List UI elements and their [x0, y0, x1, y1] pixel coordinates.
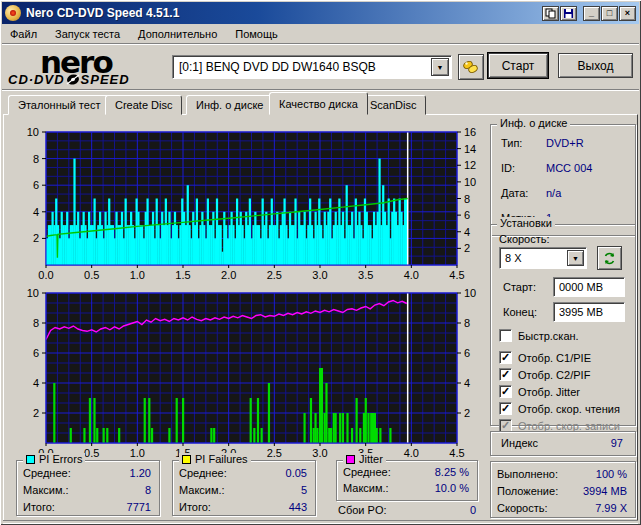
- speed-selector[interactable]: 8 X ▼: [499, 247, 587, 269]
- svg-text:3.0: 3.0: [312, 269, 327, 281]
- index-label: Индекс: [501, 437, 538, 449]
- svg-text:6: 6: [464, 209, 470, 221]
- svg-text:6: 6: [464, 347, 470, 359]
- checkbox-box[interactable]: ✓: [499, 351, 512, 364]
- drive-tools-button[interactable]: [458, 54, 484, 80]
- checkbox-box[interactable]: ✓: [499, 402, 512, 415]
- close-button[interactable]: ×: [619, 6, 636, 21]
- chevron-down-icon[interactable]: ▼: [431, 58, 449, 76]
- save-button[interactable]: [560, 6, 577, 21]
- tab-disc-info[interactable]: Инф. о диске: [186, 95, 273, 115]
- checkbox-show-c2-pif[interactable]: ✓ Отобр. C2/PIF: [499, 368, 590, 381]
- stat-label: Среднее:: [179, 467, 227, 479]
- drive-selector[interactable]: [0:1] BENQ DVD DD DW1640 BSQB ▼: [172, 55, 452, 79]
- current-speed-value: 7.99 X: [595, 502, 627, 514]
- svg-text:4: 4: [33, 377, 39, 389]
- disc-id-label: ID:: [501, 162, 515, 174]
- svg-text:10: 10: [27, 287, 39, 299]
- svg-text:8: 8: [464, 193, 470, 205]
- po-failures-row: Сбои PO: 0: [338, 504, 476, 516]
- done-value: 100 %: [596, 468, 627, 480]
- menu-file[interactable]: Файл: [10, 28, 37, 40]
- stat-label: Максим.:: [179, 484, 225, 496]
- header-divider: [2, 89, 639, 91]
- position-label: Положение:: [497, 485, 558, 497]
- stat-label: Итого:: [179, 501, 211, 513]
- stat-value: 1.20: [130, 467, 151, 479]
- menu-help[interactable]: Помощь: [235, 28, 278, 40]
- drive-tools-icon: [462, 59, 480, 75]
- checkbox-show-read-speed[interactable]: ✓ Отобр. скор. чтения: [499, 402, 620, 415]
- drive-selector-value: [0:1] BENQ DVD DD DW1640 BSQB: [173, 60, 431, 74]
- pi-failures-title: PI Failures: [195, 453, 248, 465]
- checkbox-box[interactable]: ✓: [499, 385, 512, 398]
- svg-text:1.5: 1.5: [175, 269, 190, 281]
- speed-label: Скорость:: [499, 233, 550, 245]
- svg-text:2: 2: [33, 407, 39, 419]
- scan-start-field[interactable]: 0000 MB: [553, 277, 625, 297]
- svg-text:10: 10: [464, 176, 476, 188]
- pi-errors-stats: PI Errors Среднее:1.20 Максим.:8 Итого:7…: [16, 460, 160, 516]
- checkbox-box[interactable]: ✓: [499, 368, 512, 381]
- svg-text:4: 4: [464, 377, 470, 389]
- svg-text:12: 12: [464, 159, 476, 171]
- cdspeed-logo: CD·DVD SPEED: [8, 72, 130, 87]
- svg-text:16: 16: [464, 126, 476, 138]
- quality-index-box: Индекс 97: [490, 431, 636, 456]
- svg-text:0.5: 0.5: [84, 447, 99, 459]
- pi-failures-stats: PI Failures Среднее:0.05 Максим.:5 Итого…: [172, 460, 316, 516]
- svg-text:4: 4: [33, 206, 39, 218]
- disc-id-value: MCC 004: [546, 162, 592, 174]
- tab-disc-quality[interactable]: Качество диска: [269, 92, 368, 115]
- bottom-divider: [3, 520, 638, 523]
- disc-date-label: Дата:: [501, 187, 528, 199]
- checkbox-box[interactable]: [499, 329, 512, 342]
- checkbox-label: Отобр. C1/PIE: [518, 352, 591, 364]
- svg-text:4: 4: [464, 226, 470, 238]
- tab-create-disc[interactable]: Create Disc: [105, 95, 182, 115]
- disc-type-label: Тип:: [501, 137, 522, 149]
- index-value: 97: [611, 437, 623, 449]
- chevron-down-icon[interactable]: ▼: [567, 250, 584, 266]
- checkbox-show-jitter[interactable]: ✓ Отобр. Jitter: [499, 385, 580, 398]
- disc-date-value: n/a: [546, 187, 561, 199]
- svg-text:2.0: 2.0: [221, 269, 236, 281]
- exit-button[interactable]: Выход: [558, 53, 633, 78]
- svg-text:0.0: 0.0: [38, 269, 53, 281]
- svg-text:2: 2: [33, 232, 39, 244]
- menu-extra[interactable]: Дополнительно: [138, 28, 217, 40]
- svg-text:10: 10: [464, 287, 476, 299]
- copy-icon: [545, 8, 556, 19]
- tab-benchmark[interactable]: Эталонный тест: [8, 95, 110, 115]
- svg-text:1.0: 1.0: [130, 269, 145, 281]
- maximize-button[interactable]: □: [601, 6, 618, 21]
- stat-value: 8: [145, 484, 151, 496]
- svg-text:4.5: 4.5: [449, 447, 464, 459]
- disc-info-title: Инф. о диске: [497, 117, 570, 129]
- stat-label: Максим.:: [343, 482, 389, 494]
- menu-run-test[interactable]: Запуск теста: [55, 28, 120, 40]
- pi-failures-legend-swatch: [182, 455, 191, 464]
- checkbox-label: Отобр. скор. чтения: [518, 403, 620, 415]
- svg-text:2: 2: [464, 242, 470, 254]
- minimize-button[interactable]: _: [583, 6, 600, 21]
- svg-text:2: 2: [464, 407, 470, 419]
- checkbox-label: Быстр.скан.: [518, 330, 579, 342]
- refresh-speed-button[interactable]: [597, 246, 622, 270]
- stat-value: 7771: [127, 501, 151, 513]
- svg-text:6: 6: [33, 179, 39, 191]
- scan-end-field[interactable]: 3995 MB: [553, 302, 625, 322]
- progress-box: Выполнено: 100 % Положение: 3994 MB Скор…: [490, 461, 636, 518]
- copy-to-clipboard-button[interactable]: [542, 6, 559, 21]
- scan-end-label: Конец:: [503, 306, 537, 318]
- tab-scandisc[interactable]: ScanDisc: [360, 95, 426, 115]
- stat-value: 10.0 %: [435, 482, 469, 494]
- current-speed-label: Скорость:: [497, 502, 548, 514]
- done-label: Выполнено:: [497, 468, 558, 480]
- po-failures-label: Сбои PO:: [338, 504, 387, 516]
- jitter-stats: Jitter Среднее:8.25 % Максим.:10.0 %: [336, 460, 478, 501]
- checkbox-fast-scan[interactable]: Быстр.скан.: [499, 329, 579, 342]
- pi-errors-legend-swatch: [26, 455, 35, 464]
- checkbox-show-c1-pie[interactable]: ✓ Отобр. C1/PIE: [499, 351, 591, 364]
- start-button[interactable]: Старт: [488, 53, 548, 78]
